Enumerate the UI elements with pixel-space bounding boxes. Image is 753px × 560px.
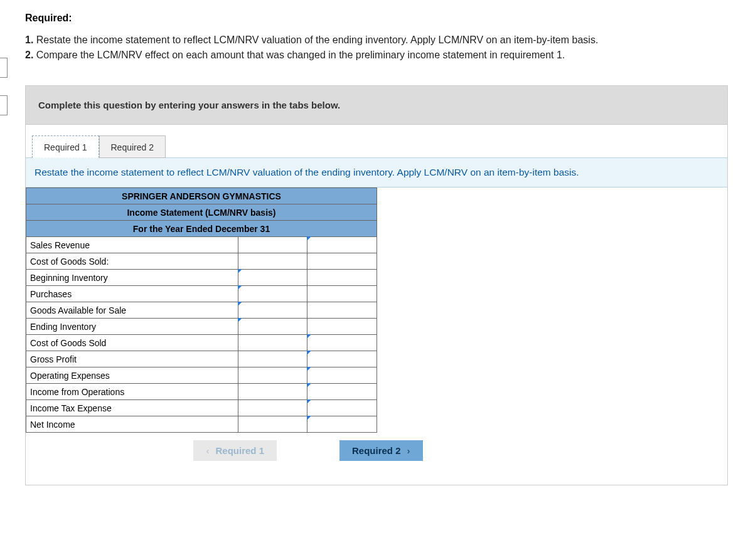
input-cell[interactable] — [307, 270, 377, 286]
input-cell[interactable] — [307, 319, 377, 335]
input-cell[interactable] — [238, 253, 307, 270]
input-cell[interactable] — [307, 286, 377, 302]
question-2: 2. Compare the LCM/NRV effect on each am… — [25, 48, 728, 63]
next-label: Required 2 — [352, 445, 401, 456]
stmt-title-period: For the Year Ended December 31 — [26, 221, 377, 237]
tab-required-2[interactable]: Required 2 — [99, 135, 166, 158]
page-content: Required: 1. Restate the income statemen… — [0, 0, 753, 498]
row-label: Net Income — [26, 416, 238, 433]
input-cell[interactable] — [238, 416, 307, 433]
chevron-left-icon: ‹ — [206, 445, 209, 456]
row-label: Gross Profit — [26, 351, 238, 367]
input-cell[interactable] — [307, 416, 377, 433]
input-cell[interactable] — [238, 302, 307, 319]
tabs-row: Required 1 Required 2 — [26, 125, 727, 157]
stmt-title-company: SPRINGER ANDERSON GYMNASTICS — [26, 188, 377, 204]
row-label: Income from Operations — [26, 384, 238, 400]
prev-label: Required 1 — [215, 445, 264, 456]
input-cell[interactable] — [307, 367, 377, 384]
table-row: Sales Revenue — [26, 237, 377, 253]
input-cell[interactable] — [238, 351, 307, 367]
required-heading: Required: — [25, 13, 728, 24]
input-cell[interactable] — [307, 351, 377, 367]
input-cell[interactable] — [238, 237, 307, 253]
input-cell[interactable] — [307, 237, 377, 253]
table-row: Goods Available for Sale — [26, 302, 377, 319]
question-list: 1. Restate the income statement to refle… — [25, 33, 728, 63]
income-statement-table: SPRINGER ANDERSON GYMNASTICS Income Stat… — [26, 188, 377, 433]
q2-number: 2. — [25, 50, 33, 60]
input-cell[interactable] — [307, 335, 377, 351]
input-cell[interactable] — [238, 384, 307, 400]
input-cell[interactable] — [238, 367, 307, 384]
row-label: Goods Available for Sale — [26, 302, 238, 319]
row-label: Purchases — [26, 286, 238, 302]
gutter-marker — [0, 95, 8, 115]
table-row: Operating Expenses — [26, 367, 377, 384]
row-label: Cost of Goods Sold — [26, 335, 238, 351]
input-cell[interactable] — [307, 253, 377, 270]
table-row: Purchases — [26, 286, 377, 302]
table-row: Ending Inventory — [26, 319, 377, 335]
left-gutter-markers — [0, 58, 8, 133]
tab-required-1[interactable]: Required 1 — [32, 135, 99, 158]
row-label: Ending Inventory — [26, 319, 238, 335]
input-cell[interactable] — [307, 302, 377, 319]
gutter-marker — [0, 58, 8, 78]
input-cell[interactable] — [307, 384, 377, 400]
input-cell[interactable] — [238, 335, 307, 351]
statement-table-wrap: SPRINGER ANDERSON GYMNASTICS Income Stat… — [26, 188, 727, 485]
question-1: 1. Restate the income statement to refle… — [25, 33, 728, 48]
instruction-bar: Complete this question by entering your … — [26, 86, 727, 125]
input-cell[interactable] — [238, 400, 307, 416]
table-row: Cost of Goods Sold — [26, 335, 377, 351]
table-row: Net Income — [26, 416, 377, 433]
row-label: Operating Expenses — [26, 367, 238, 384]
q2-text: Compare the LCM/NRV effect on each amoun… — [33, 50, 565, 60]
table-row: Income from Operations — [26, 384, 377, 400]
input-cell[interactable] — [307, 400, 377, 416]
row-label: Sales Revenue — [26, 237, 238, 253]
table-row: Income Tax Expense — [26, 400, 377, 416]
row-label: Cost of Goods Sold: — [26, 253, 238, 270]
answer-panel: Complete this question by entering your … — [25, 85, 728, 485]
table-row: Gross Profit — [26, 351, 377, 367]
q1-number: 1. — [25, 34, 33, 45]
input-cell[interactable] — [238, 270, 307, 286]
row-label: Income Tax Expense — [26, 400, 238, 416]
table-row: Cost of Goods Sold: — [26, 253, 377, 270]
tab-prompt: Restate the income statement to reflect … — [26, 157, 727, 188]
chevron-right-icon: › — [407, 445, 410, 456]
row-label: Beginning Inventory — [26, 270, 238, 286]
prev-button[interactable]: ‹ Required 1 — [193, 440, 277, 461]
input-cell[interactable] — [238, 319, 307, 335]
input-cell[interactable] — [238, 286, 307, 302]
stmt-title-name: Income Statement (LCM/NRV basis) — [26, 204, 377, 221]
next-button[interactable]: Required 2 › — [339, 440, 423, 461]
q1-text: Restate the income statement to reflect … — [33, 34, 598, 45]
table-row: Beginning Inventory — [26, 270, 377, 286]
nav-row: ‹ Required 1 Required 2 › — [132, 433, 484, 472]
